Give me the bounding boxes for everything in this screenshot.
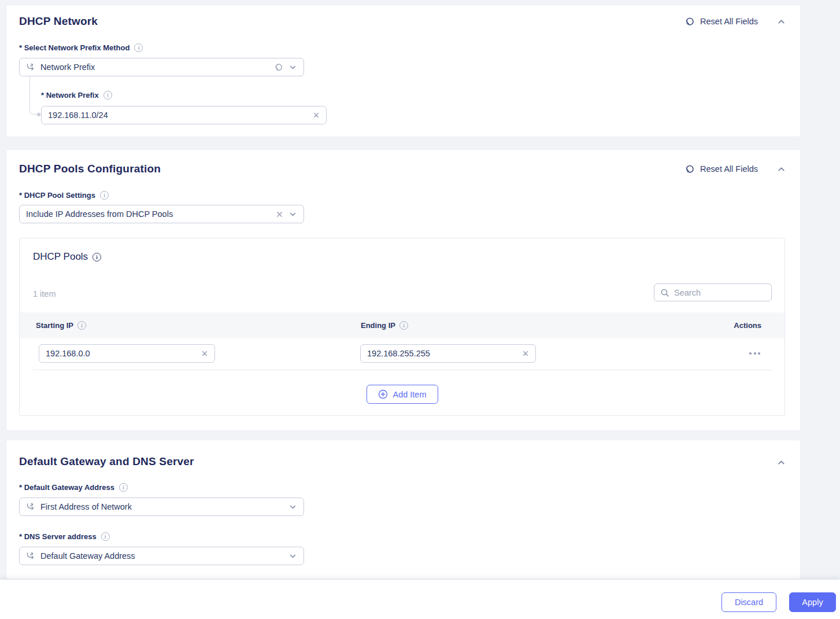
dns-server-select[interactable]: Default Gateway Address (19, 547, 304, 565)
ending-ip-field-wrap (360, 344, 536, 363)
clear-icon[interactable] (276, 211, 283, 218)
chevron-down-icon[interactable] (288, 503, 297, 511)
search-icon (660, 288, 669, 297)
chevron-down-icon[interactable] (288, 552, 297, 561)
dhcp-pools-title: DHCP Pools Configuration (19, 163, 161, 175)
action-bar: Discard Apply (0, 580, 840, 619)
prefix-method-value: Network Prefix (40, 62, 269, 72)
network-prefix-input[interactable] (48, 110, 308, 120)
collapse-section-button[interactable] (776, 458, 786, 467)
ending-ip-header: Ending IP (361, 321, 395, 330)
pool-settings-value: Include IP Addresses from DHCP Pools (26, 209, 271, 219)
chevron-up-icon (776, 17, 786, 27)
row-actions-menu-icon[interactable] (749, 352, 760, 355)
reset-all-fields-button[interactable]: Reset All Fields (684, 164, 758, 174)
pool-settings-label: * DHCP Pool Settings (19, 191, 95, 200)
item-count: 1 item (33, 289, 56, 299)
clear-icon[interactable] (522, 350, 529, 357)
clear-icon[interactable] (201, 350, 208, 357)
add-item-label: Add Item (393, 390, 426, 399)
pool-settings-select[interactable]: Include IP Addresses from DHCP Pools (19, 205, 304, 223)
info-icon[interactable]: i (92, 253, 101, 261)
dns-server-value: Default Gateway Address (40, 551, 283, 561)
pools-panel-title: DHCP Pools (33, 251, 88, 263)
info-icon[interactable]: i (77, 321, 86, 330)
reset-icon (684, 16, 695, 27)
default-gateway-value: First Address of Network (40, 502, 283, 511)
plus-circle-icon (378, 389, 387, 399)
collapse-section-button[interactable] (776, 17, 786, 27)
reset-all-fields-label: Reset All Fields (700, 17, 758, 26)
dns-server-label: * DNS Server address (19, 532, 97, 541)
info-icon[interactable]: i (134, 43, 143, 52)
starting-ip-input[interactable] (46, 349, 197, 358)
info-icon[interactable]: i (101, 532, 110, 541)
apply-button[interactable]: Apply (789, 592, 836, 612)
default-gateway-select[interactable]: First Address of Network (19, 498, 304, 516)
info-icon[interactable]: i (119, 483, 128, 492)
dhcp-pools-card: DHCP Pools Configuration Reset All Field… (6, 149, 801, 431)
branch-icon (26, 502, 35, 511)
chevron-up-icon (776, 458, 786, 467)
branch-icon (26, 62, 35, 72)
starting-ip-header: Starting IP (36, 321, 73, 330)
search-input[interactable] (674, 288, 765, 297)
info-icon[interactable]: i (100, 191, 109, 200)
add-item-button[interactable]: Add Item (366, 385, 438, 404)
info-icon[interactable]: i (399, 321, 408, 330)
chevron-up-icon (776, 164, 786, 174)
network-prefix-label: * Network Prefix (41, 91, 99, 100)
reset-icon (684, 164, 695, 174)
network-prefix-field-wrap (41, 106, 327, 124)
table-row (20, 338, 785, 370)
branch-icon (26, 551, 35, 561)
dhcp-pools-panel: DHCP Pools i 1 item Starting IP i Ending… (19, 238, 785, 416)
discard-button[interactable]: Discard (721, 592, 776, 612)
gateway-dns-card: Default Gateway and DNS Server * Default… (6, 440, 801, 580)
clear-icon[interactable] (313, 112, 320, 119)
row-divider (32, 370, 772, 370)
chevron-down-icon[interactable] (288, 63, 297, 72)
ending-ip-input[interactable] (367, 349, 517, 358)
prefix-method-select[interactable]: Network Prefix (19, 58, 304, 76)
info-icon[interactable]: i (103, 91, 112, 100)
dhcp-network-title: DHCP Network (19, 15, 98, 28)
gateway-dns-title: Default Gateway and DNS Server (19, 455, 194, 468)
prefix-method-label: * Select Network Prefix Method (19, 43, 129, 52)
connector-dot (37, 113, 40, 116)
starting-ip-field-wrap (39, 344, 215, 363)
nested-field-connector (29, 76, 38, 115)
collapse-section-button[interactable] (776, 164, 786, 174)
actions-header: Actions (734, 321, 761, 330)
pools-search (654, 283, 772, 301)
chevron-down-icon[interactable] (288, 210, 297, 219)
reset-all-fields-label: Reset All Fields (700, 164, 758, 174)
reset-all-fields-button[interactable]: Reset All Fields (684, 16, 758, 27)
dhcp-network-card: DHCP Network Reset All Fields * Select N… (6, 5, 801, 137)
field-reset-icon[interactable] (274, 62, 283, 72)
default-gateway-label: * Default Gateway Address (19, 483, 114, 492)
table-header-row: Starting IP i Ending IP i Actions (20, 312, 785, 338)
